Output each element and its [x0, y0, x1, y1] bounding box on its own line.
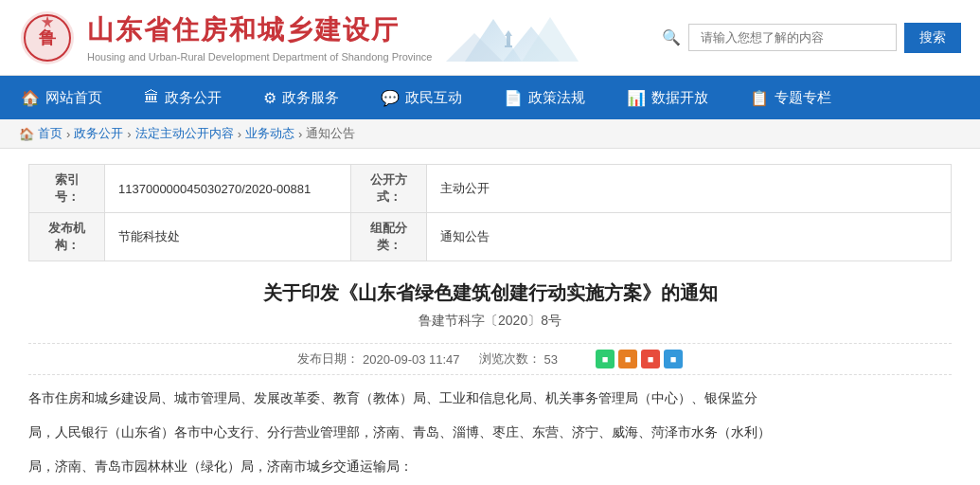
info-table: 索引号： 113700000045030270/2020-00881 公开方式：…	[28, 164, 952, 261]
article-subtitle: 鲁建节科字〔2020〕8号	[28, 313, 952, 330]
nav-item-kaifang[interactable]: 📊 数据开放	[606, 76, 729, 119]
share-icons: ■ ■ ■ ■	[596, 350, 683, 368]
article-title: 关于印发《山东省绿色建筑创建行动实施方案》的通知	[28, 278, 952, 307]
emblem-icon: 鲁	[19, 9, 76, 66]
breadcrumb-link-zhengwu[interactable]: 政务公开	[74, 125, 123, 142]
share-icon-3[interactable]: ■	[641, 350, 660, 368]
publish-label: 发布日期：	[297, 350, 359, 368]
info-label-suoyinhao: 索引号：	[29, 165, 105, 213]
breadcrumb-link-yewudongtai[interactable]: 业务动态	[245, 125, 294, 142]
share-icon-4[interactable]: ■	[664, 350, 683, 368]
breadcrumb-current: 通知公告	[306, 125, 355, 142]
views-item: 浏览次数： 53	[479, 350, 558, 368]
fuwu-icon: ⚙	[263, 89, 276, 107]
nav-item-zhengwu[interactable]: 🏛 政务公开	[123, 76, 242, 119]
nav-item-hudong[interactable]: 💬 政民互动	[360, 76, 483, 119]
site-title: 山东省住房和城乡建设厅	[87, 12, 432, 48]
fagui-icon: 📄	[504, 89, 523, 107]
nav-item-zhuanlan[interactable]: 📋 专题专栏	[729, 76, 852, 119]
content-area: 索引号： 113700000045030270/2020-00881 公开方式：…	[0, 149, 980, 485]
svg-text:鲁: 鲁	[39, 28, 57, 47]
svg-rect-8	[507, 36, 510, 45]
breadcrumb-sep-3: ›	[238, 127, 241, 141]
breadcrumb-sep-2: ›	[127, 127, 131, 141]
zhuanlan-icon: 📋	[750, 89, 769, 107]
logo-area: 鲁 山东省住房和城乡建设厅 Housing and Urban-Rural De…	[19, 9, 662, 66]
meta-line: 发布日期： 2020-09-03 11:47 浏览次数： 53 ■ ■ ■ ■	[28, 343, 952, 375]
site-subtitle: Housing and Urban-Rural Development Depa…	[87, 51, 432, 63]
views-count-value: 53	[544, 352, 558, 367]
nav-label-home: 网站首页	[45, 89, 102, 107]
views-label: 浏览次数：	[479, 350, 541, 368]
header: 鲁 山东省住房和城乡建设厅 Housing and Urban-Rural De…	[0, 0, 980, 76]
nav-label-fuwu: 政务服务	[282, 89, 339, 107]
svg-marker-9	[505, 30, 512, 36]
zhengwu-icon: 🏛	[144, 89, 159, 106]
body-para-2: 局，人民银行（山东省）各市中心支行、分行营业管理部，济南、青岛、淄博、枣庄、东营…	[28, 419, 952, 445]
search-area: 🔍 搜索	[662, 23, 961, 53]
info-value-suoyinhao: 113700000045030270/2020-00881	[105, 165, 351, 213]
mountain-decoration	[446, 9, 579, 66]
search-input[interactable]	[688, 24, 897, 51]
info-value-zupeifenlei: 通知公告	[427, 213, 952, 261]
nav-item-fagui[interactable]: 📄 政策法规	[483, 76, 606, 119]
info-label-zupeienlei: 组配分类：	[351, 213, 427, 261]
logo-text: 山东省住房和城乡建设厅 Housing and Urban-Rural Deve…	[87, 12, 432, 63]
home-icon: 🏠	[21, 89, 40, 107]
nav-label-zhuanlan: 专题专栏	[775, 89, 831, 107]
breadcrumb-home-icon: 🏠	[19, 127, 34, 141]
breadcrumb-sep-1: ›	[66, 127, 70, 141]
body-para-3: 局，济南、青岛市园林林业（绿化）局，济南市城乡交通运输局：	[28, 453, 952, 479]
search-button[interactable]: 搜索	[904, 23, 961, 53]
breadcrumb-sep-4: ›	[298, 127, 302, 141]
main-nav: 🏠 网站首页 🏛 政务公开 ⚙ 政务服务 💬 政民互动 📄 政策法规 📊 数据开…	[0, 76, 980, 119]
nav-label-kaifang: 数据开放	[651, 89, 708, 107]
breadcrumb-link-fadingzhudong[interactable]: 法定主动公开内容	[135, 125, 234, 142]
share-icon-2[interactable]: ■	[618, 350, 637, 368]
publish-date-item: 发布日期： 2020-09-03 11:47	[297, 350, 460, 368]
share-icon-1[interactable]: ■	[596, 350, 615, 368]
info-value-gongkaifangshi: 主动公开	[427, 165, 952, 213]
article-body: 各市住房和城乡建设局、城市管理局、发展改革委、教育（教体）局、工业和信息化局、机…	[28, 385, 952, 485]
info-label-fabuijgou: 发布机构：	[29, 213, 105, 261]
publish-date-value: 2020-09-03 11:47	[363, 352, 460, 367]
nav-label-fagui: 政策法规	[528, 89, 585, 107]
svg-rect-10	[505, 45, 512, 47]
info-label-gongkaitfangshi: 公开方式：	[351, 165, 427, 213]
search-icon: 🔍	[662, 28, 681, 46]
nav-label-zhengwu: 政务公开	[165, 89, 222, 107]
breadcrumb: 🏠 首页 › 政务公开 › 法定主动公开内容 › 业务动态 › 通知公告	[0, 119, 980, 149]
breadcrumb-link-home[interactable]: 首页	[38, 125, 62, 142]
nav-item-fuwu[interactable]: ⚙ 政务服务	[242, 76, 360, 119]
hudong-icon: 💬	[381, 89, 400, 107]
info-value-fabujigou: 节能科技处	[105, 213, 351, 261]
kaifang-icon: 📊	[627, 89, 646, 107]
nav-item-home[interactable]: 🏠 网站首页	[0, 76, 123, 119]
nav-label-hudong: 政民互动	[405, 89, 462, 107]
body-para-1: 各市住房和城乡建设局、城市管理局、发展改革委、教育（教体）局、工业和信息化局、机…	[28, 385, 952, 411]
